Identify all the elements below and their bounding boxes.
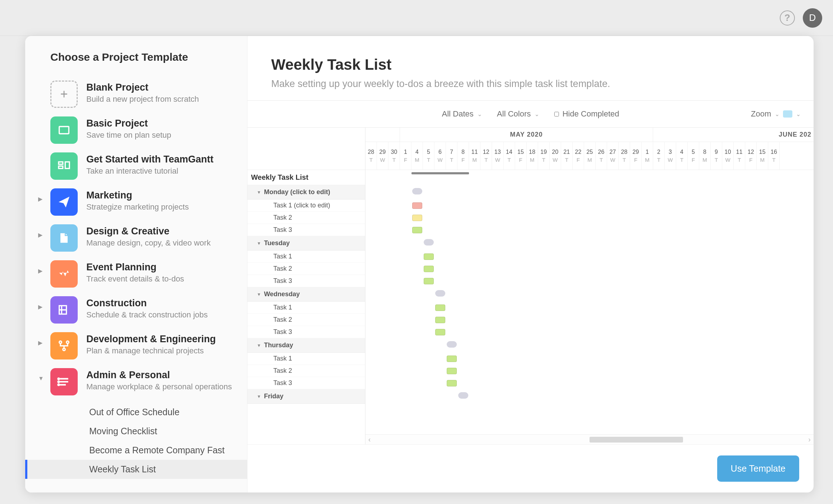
collapse-icon[interactable]: ▼ — [257, 241, 261, 246]
template-title: Weekly Task List — [271, 56, 790, 73]
date-cell: 11T — [734, 142, 745, 170]
main-panel: Weekly Task List Make setting up your we… — [247, 36, 814, 492]
hide-completed-checkbox[interactable] — [554, 112, 559, 116]
group-row[interactable]: ▼Wednesday — [247, 287, 365, 302]
date-cell: 4T — [676, 142, 688, 170]
collapse-icon[interactable]: ▼ — [257, 394, 261, 399]
task-row[interactable]: Task 3 — [247, 326, 365, 338]
scrollbar-thumb[interactable] — [590, 437, 683, 443]
gantt-row-project — [365, 170, 814, 185]
task-row[interactable]: Task 2 — [247, 365, 365, 377]
template-item[interactable]: Basic Project Save time on plan setup — [25, 112, 247, 148]
avatar[interactable]: D — [803, 8, 822, 28]
template-item[interactable]: Get Started with TeamGantt Take an inter… — [25, 148, 247, 184]
template-name: Blank Project — [86, 82, 199, 93]
gantt-preview: All Dates⌄ All Colors⌄ Hide Completed Zo… — [247, 100, 814, 444]
date-cell: 15M — [757, 142, 768, 170]
expand-icon[interactable]: ▶ — [38, 232, 42, 238]
date-cell: 27W — [607, 142, 619, 170]
task-row[interactable]: Task 3 — [247, 275, 365, 287]
template-item[interactable]: ▶ Construction Schedule & track construc… — [25, 292, 247, 328]
main-header: Weekly Task List Make setting up your we… — [247, 36, 814, 100]
date-cell: 11M — [469, 142, 481, 170]
task-row[interactable]: Task 1 — [247, 353, 365, 365]
svg-rect-1 — [59, 162, 63, 164]
blank-icon: + — [50, 81, 78, 108]
month-label-june: JUNE 202 — [653, 128, 814, 142]
task-row[interactable]: Task 1 (click to edit) — [247, 200, 365, 212]
filter-hide-completed[interactable]: Hide Completed — [554, 109, 619, 119]
date-cell: 3W — [665, 142, 676, 170]
gantt-row-group — [365, 236, 814, 251]
template-name: Construction — [86, 298, 208, 309]
sidebar: Choose a Project Template + Blank Projec… — [25, 36, 247, 492]
expand-icon[interactable]: ▶ — [38, 339, 42, 346]
design-icon — [50, 224, 78, 252]
svg-point-5 — [59, 341, 62, 344]
date-cell: 10W — [722, 142, 734, 170]
date-cell: 29W — [377, 142, 388, 170]
gantt-row-task — [365, 263, 814, 275]
zoom-control[interactable]: Zoom⌄ ⌄ — [751, 109, 801, 119]
date-cell: 28T — [365, 142, 377, 170]
date-cell: 7T — [446, 142, 458, 170]
filter-dates[interactable]: All Dates⌄ — [442, 109, 482, 119]
sub-template-item[interactable]: Out of Office Schedule — [25, 403, 247, 422]
group-row[interactable]: ▼Tuesday — [247, 236, 365, 251]
month-label-may: MAY 2020 — [400, 128, 653, 142]
scroll-left-icon[interactable]: ‹ — [368, 435, 371, 444]
date-cell: 19T — [538, 142, 550, 170]
horizontal-scrollbar[interactable]: ‹ › — [365, 434, 814, 444]
gantt-row-task — [365, 212, 814, 224]
gantt-row-group — [365, 287, 814, 302]
date-cell: 15F — [515, 142, 527, 170]
gantt-row-task — [365, 302, 814, 314]
date-cell: 5T — [423, 142, 434, 170]
template-item[interactable]: + Blank Project Build a new project from… — [25, 76, 247, 112]
filter-colors[interactable]: All Colors⌄ — [497, 109, 539, 119]
template-item[interactable]: ▶ Development & Engineering Plan & manag… — [25, 328, 247, 364]
scroll-right-icon[interactable]: › — [808, 435, 811, 444]
gantt-row-task — [365, 251, 814, 263]
month-row: MAY 2020 JUNE 202 — [365, 128, 814, 142]
collapse-icon[interactable]: ▼ — [257, 343, 261, 348]
template-desc: Build a new project from scratch — [86, 95, 199, 104]
template-item[interactable]: ▶ Marketing Strategize marketing project… — [25, 184, 247, 220]
template-item[interactable]: ▼ Admin & Personal Manage workplace & pe… — [25, 364, 247, 400]
expand-icon[interactable]: ▶ — [38, 303, 42, 310]
template-item[interactable]: ▶ Event Planning Track event details & t… — [25, 256, 247, 292]
expand-icon[interactable]: ▶ — [38, 196, 42, 202]
expand-icon[interactable]: ▼ — [38, 375, 44, 382]
task-row[interactable]: Task 2 — [247, 314, 365, 326]
dev-icon — [50, 332, 78, 359]
sub-template-item[interactable]: Weekly Task List — [25, 460, 247, 479]
date-cell: 20W — [550, 142, 561, 170]
expand-icon[interactable]: ▶ — [38, 267, 42, 274]
use-template-button[interactable]: Use Template — [717, 455, 799, 482]
group-row[interactable]: ▼Thursday — [247, 338, 365, 353]
svg-rect-0 — [59, 127, 69, 134]
task-row[interactable]: Task 2 — [247, 212, 365, 224]
task-row[interactable]: Task 2 — [247, 263, 365, 275]
help-icon[interactable]: ? — [780, 10, 795, 26]
task-row[interactable]: Task 3 — [247, 224, 365, 236]
gantt-row-task — [365, 326, 814, 338]
sub-template-item[interactable]: Become a Remote Company Fast — [25, 441, 247, 460]
basic-icon — [50, 116, 78, 144]
task-row[interactable]: Task 3 — [247, 377, 365, 389]
template-name: Event Planning — [86, 262, 184, 273]
collapse-icon[interactable]: ▼ — [257, 292, 261, 297]
sub-template-item[interactable]: Moving Checklist — [25, 422, 247, 441]
template-item[interactable]: ▶ Design & Creative Manage design, copy,… — [25, 220, 247, 256]
task-row[interactable]: Task 1 — [247, 302, 365, 314]
group-row[interactable]: ▼Friday — [247, 389, 365, 404]
svg-point-7 — [63, 348, 65, 351]
svg-point-9 — [58, 381, 59, 382]
date-cell: 30T — [388, 142, 400, 170]
svg-rect-2 — [59, 166, 63, 169]
task-row[interactable]: Task 1 — [247, 251, 365, 263]
template-name: Get Started with TeamGantt — [86, 154, 214, 165]
collapse-icon[interactable]: ▼ — [257, 190, 261, 195]
group-row[interactable]: ▼Monday (click to edit) — [247, 185, 365, 200]
date-cell: 29F — [630, 142, 642, 170]
